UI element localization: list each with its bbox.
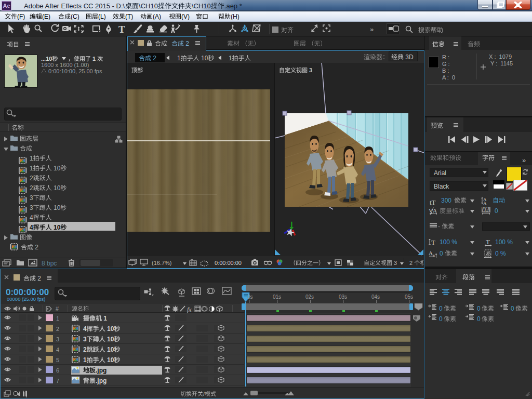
svg-text:10: 10 [105, 346, 114, 353]
svg-text:4: 4 [30, 214, 33, 221]
svg-text:Arial: Arial [434, 169, 446, 177]
svg-text:02s: 02s [305, 294, 314, 300]
svg-text:A : 0: A : 0 [442, 74, 455, 81]
svg-text:1: 1 [102, 315, 107, 322]
svg-text:Y : 1145: Y : 1145 [490, 60, 513, 66]
svg-text:4: 4 [83, 325, 87, 332]
svg-text:0:00:10:00, 25.00 fps: 0:00:10:00, 25.00 fps [47, 68, 102, 74]
svg-text:3: 3 [30, 204, 33, 211]
svg-text:05s: 05s [405, 294, 413, 300]
svg-text:B :: B : [442, 68, 449, 74]
svg-text:...10: ...10 [41, 56, 52, 62]
svg-text:(C): (C) [71, 13, 79, 20]
svg-text:#: # [56, 305, 59, 312]
svg-text:03s: 03s [339, 294, 347, 300]
svg-text:2: 2 [409, 260, 414, 266]
svg-text:2: 2 [151, 55, 156, 62]
svg-text:0:00:00:00: 0:00:00:00 [215, 260, 242, 266]
svg-text:100 %: 100 % [440, 238, 457, 246]
svg-text:3: 3 [83, 336, 87, 343]
svg-text:0s: 0s [247, 294, 253, 300]
svg-text:300: 300 [441, 197, 451, 204]
svg-text:8 bpc: 8 bpc [42, 260, 57, 267]
svg-text:G :: G : [442, 61, 450, 67]
svg-text:(H): (H) [231, 13, 240, 20]
svg-text:100 %: 100 % [495, 238, 513, 246]
svg-text:0: 0 [495, 207, 498, 215]
svg-text:10: 10 [52, 165, 61, 172]
svg-text:1600 x 1600 (1.00): 1600 x 1600 (1.00) [41, 62, 89, 68]
svg-text:2: 2 [36, 275, 41, 282]
svg-text:10: 10 [200, 55, 208, 62]
svg-text:2: 2 [56, 326, 59, 332]
svg-text:10: 10 [105, 325, 114, 332]
svg-text:(E): (E) [42, 13, 50, 20]
svg-text:.jpg: .jpg [96, 367, 107, 374]
svg-text:2: 2 [30, 175, 33, 182]
svg-text:0: 0 [511, 305, 514, 312]
svg-text:1: 1 [56, 315, 59, 322]
svg-text:0: 0 [477, 305, 481, 312]
svg-text:1: 1 [229, 55, 232, 62]
svg-text:2: 2 [83, 346, 87, 353]
svg-text:\CH10: \CH10 [139, 2, 158, 10]
svg-text:01s: 01s [273, 294, 281, 300]
svg-text:.aep *: .aep * [224, 2, 242, 10]
svg-text:3: 3 [56, 336, 59, 342]
svg-text:0: 0 [440, 250, 443, 257]
svg-text:1: 1 [91, 56, 97, 62]
svg-text:4: 4 [30, 224, 33, 231]
svg-text:7: 7 [56, 378, 59, 384]
svg-text:0: 0 [439, 305, 443, 312]
svg-text:-: - [438, 223, 442, 230]
svg-text:\CH10: \CH10 [192, 2, 211, 10]
svg-text:Adobe After Effects CC 2015 -: Adobe After Effects CC 2015 - D:\ [24, 2, 125, 10]
svg-text:5: 5 [56, 357, 59, 363]
svg-text:6: 6 [56, 367, 59, 374]
svg-text:2: 2 [184, 40, 189, 47]
svg-text:2: 2 [33, 244, 38, 251]
svg-text:3D: 3D [404, 54, 414, 61]
svg-text:Black: Black [434, 183, 449, 190]
svg-text:R :: R : [442, 54, 449, 60]
svg-text:4: 4 [56, 347, 59, 353]
svg-text:(L): (L) [98, 13, 106, 20]
svg-text:10: 10 [52, 224, 61, 231]
svg-text:1: 1 [83, 356, 87, 364]
svg-text:10: 10 [52, 184, 61, 192]
svg-text:1: 1 [30, 155, 33, 162]
svg-text:3: 3 [392, 260, 397, 266]
svg-text:3: 3 [308, 67, 312, 73]
svg-text:0 %: 0 % [495, 250, 506, 257]
svg-text:0: 0 [477, 315, 481, 323]
svg-text:04s: 04s [371, 294, 380, 300]
svg-text:(F): (F) [17, 13, 25, 20]
svg-text:X : 1079: X : 1079 [489, 54, 512, 60]
svg-text:(T): (T) [125, 13, 133, 20]
svg-text:3: 3 [30, 194, 33, 202]
svg-text:2: 2 [30, 184, 33, 192]
svg-text:0: 0 [439, 315, 443, 323]
svg-text:1: 1 [177, 55, 181, 62]
svg-text:(A): (A) [153, 13, 161, 20]
svg-text:/: / [203, 391, 205, 397]
svg-text:00000 (25.00 fps): 00000 (25.00 fps) [7, 296, 45, 302]
svg-text:10: 10 [105, 336, 114, 343]
svg-text:(16.7%): (16.7%) [152, 260, 172, 266]
svg-text:10: 10 [52, 204, 61, 211]
svg-text:1: 1 [30, 165, 33, 172]
svg-text:(V): (V) [181, 13, 190, 20]
svg-text:10: 10 [105, 356, 114, 364]
svg-text:.jpg: .jpg [96, 377, 107, 384]
